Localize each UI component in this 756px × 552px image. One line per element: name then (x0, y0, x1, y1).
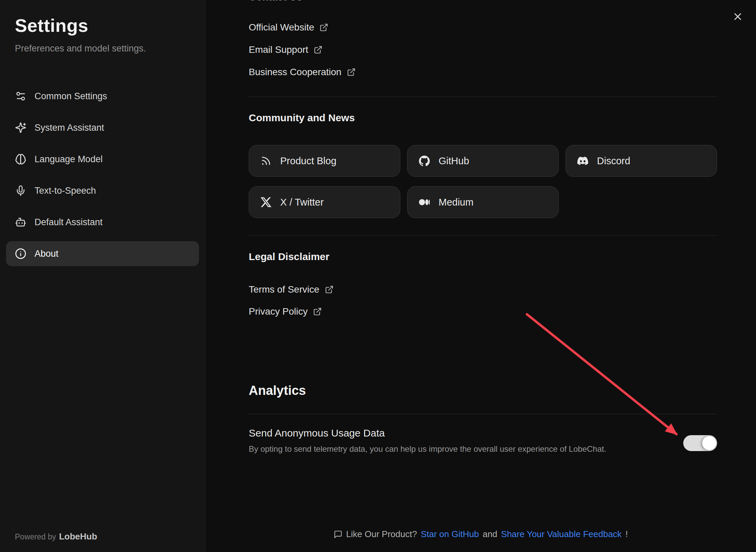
toggle-knob (702, 436, 716, 450)
external-link-icon (325, 285, 334, 294)
product-blog-button[interactable]: Product Blog (249, 145, 400, 177)
external-link-icon (319, 23, 328, 32)
sliders-icon (15, 90, 26, 102)
github-button[interactable]: GitHub (407, 145, 559, 177)
link-label: Official Website (249, 22, 314, 33)
link-label: Privacy Policy (249, 306, 308, 317)
contact-us-heading: Contact Us (249, 0, 302, 3)
feedback-footer: Like Our Product? Star on GitHub and Sha… (205, 529, 756, 539)
footer-text: ! (625, 529, 628, 539)
info-icon (15, 248, 26, 259)
button-label: Discord (597, 155, 630, 167)
sidebar-item-label: System Assistant (35, 123, 104, 133)
sidebar-item-label: Language Model (35, 154, 103, 165)
business-cooperation-link[interactable]: Business Cooperation (249, 65, 356, 79)
legal-heading: Legal Disclaimer (249, 251, 329, 262)
sidebar-item-language-model[interactable]: Language Model (6, 147, 199, 172)
external-link-icon (347, 68, 356, 77)
star-on-github-link[interactable]: Star on GitHub (421, 529, 479, 539)
divider (249, 97, 717, 97)
sidebar-item-label: Common Settings (35, 91, 107, 102)
email-support-link[interactable]: Email Support (249, 43, 323, 57)
sparkles-icon (15, 122, 26, 133)
page-subtitle: Preferences and model settings. (15, 43, 199, 54)
close-icon[interactable] (731, 9, 745, 24)
community-buttons: Product Blog GitHub Discord X / Twitter … (249, 145, 717, 218)
usage-data-description: By opting to send telemetry data, you ca… (249, 444, 606, 454)
external-link-icon (314, 45, 323, 54)
sidebar-item-about[interactable]: About (6, 241, 199, 266)
sidebar-item-system-assistant[interactable]: System Assistant (6, 115, 199, 140)
link-label: Terms of Service (249, 284, 319, 295)
message-square-icon (334, 530, 342, 539)
speech-icon (15, 185, 26, 196)
rss-icon (261, 155, 271, 166)
usage-data-title: Send Anonymous Usage Data (249, 427, 385, 439)
bot-icon (15, 216, 26, 228)
link-label: Email Support (249, 44, 308, 55)
sidebar-item-default-assistant[interactable]: Default Assistant (6, 210, 199, 235)
share-feedback-link[interactable]: Share Your Valuable Feedback (501, 529, 622, 539)
x-twitter-button[interactable]: X / Twitter (249, 186, 400, 218)
button-label: GitHub (439, 155, 469, 167)
divider (249, 414, 717, 414)
github-icon (419, 155, 430, 166)
privacy-policy-link[interactable]: Privacy Policy (249, 304, 322, 319)
medium-icon (419, 197, 430, 208)
button-label: Medium (439, 197, 473, 208)
footer-text: and (483, 529, 497, 539)
sidebar-item-label: About (35, 249, 59, 259)
medium-button[interactable]: Medium (407, 186, 559, 218)
x-icon (261, 197, 271, 208)
brain-icon (15, 153, 26, 165)
community-heading: Community and News (249, 112, 355, 124)
sidebar-item-text-to-speech[interactable]: Text-to-Speech (6, 178, 199, 203)
sidebar-item-label: Text-to-Speech (35, 186, 96, 196)
external-link-icon (313, 307, 322, 316)
about-panel: Contact Us Official Website Email Suppor… (205, 0, 756, 552)
button-label: X / Twitter (280, 197, 324, 208)
usage-data-toggle[interactable] (683, 435, 717, 451)
annotation-arrow (205, 0, 756, 552)
powered-by-label: Powered by (15, 532, 56, 541)
powered-by: Powered byLobeHub (15, 531, 97, 542)
divider (249, 235, 717, 236)
link-label: Business Cooperation (249, 67, 341, 78)
discord-button[interactable]: Discord (565, 145, 717, 177)
analytics-heading: Analytics (249, 383, 306, 398)
page-title: Settings (15, 15, 199, 36)
sidebar-item-label: Default Assistant (35, 217, 103, 228)
button-label: Product Blog (280, 155, 336, 167)
terms-of-service-link[interactable]: Terms of Service (249, 282, 334, 297)
sidebar-item-common-settings[interactable]: Common Settings (6, 84, 199, 109)
brand-logo: LobeHub (59, 531, 97, 542)
settings-nav: Common Settings System Assistant Languag… (6, 84, 199, 266)
official-website-link[interactable]: Official Website (249, 20, 328, 35)
discord-icon (577, 155, 588, 166)
footer-text: Like Our Product? (346, 529, 417, 539)
settings-sidebar: Settings Preferences and model settings.… (0, 0, 205, 552)
